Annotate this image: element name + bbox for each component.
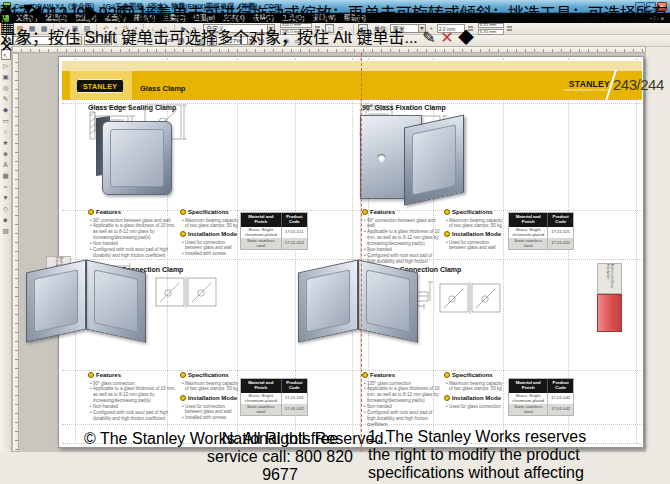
product-photo (360, 115, 468, 205)
features-heading: Features (362, 209, 395, 215)
material-header: Material and Finish (241, 215, 281, 224)
freehand-tool[interactable]: ✎ (1, 93, 11, 104)
right-tab-text: Bathroom Door Hardware (606, 264, 614, 293)
table-row: Brass; Bright chromium-plated17.01.041 (509, 393, 573, 404)
product-block[interactable]: Glass Edge Sealing Clamp Features 90° co… (86, 102, 310, 262)
zoom-tool[interactable]: ◎ (1, 82, 11, 93)
table-row: Satin stainless steel17.01.042 (509, 404, 573, 415)
code-header: Product Code (547, 213, 573, 227)
material-cell: Brass; Bright chromium-plated (241, 228, 281, 237)
rectangle-tool[interactable]: ▭ (1, 115, 11, 126)
installation-list: Used for connection between glass and wa… (446, 240, 504, 252)
outline-tool[interactable]: ◇ (1, 203, 11, 214)
features-heading: Features (88, 209, 121, 215)
right-section-tab[interactable]: Bathroom Door Hardware (597, 263, 622, 332)
product-block[interactable]: 90° Glass Connection Clamp Features (86, 262, 310, 422)
feature-item: 90° connection between glass and wall (364, 218, 440, 230)
code-cell: 17.01.022 (547, 238, 573, 249)
code-cell: 17.01.011 (281, 227, 307, 238)
footer-note: 1. The Stanley Works reserves the right … (368, 428, 608, 484)
material-cell: Brass; Bright chromium-plated (509, 228, 547, 237)
install-item: Used for glass connection (446, 404, 504, 410)
specifications-heading: Specifications (444, 209, 493, 215)
fill-bucket-icon: ◆ (458, 29, 474, 46)
guide-line (75, 58, 76, 444)
vertical-ruler[interactable] (12, 53, 19, 452)
corel-draw-window: CorelDRAW X4（专业版）- [G:\五金图册（英文）神霸(ENIX)图… (0, 0, 670, 484)
table-row: Brass; Bright chromium-plated17.01.021 (509, 227, 573, 238)
eyedropper-tool[interactable]: ▼ (1, 192, 11, 203)
installation-heading: Installation Mode (444, 395, 501, 401)
feature-item: Configured with rock wool pad of high du… (364, 410, 440, 428)
feature-item: Applicable to a glass thickness of 10 mm… (90, 386, 176, 404)
material-cell: Satin stainless steel (509, 405, 547, 414)
material-cell: Brass; Bright chromium-plated (509, 394, 547, 403)
guide-line (352, 58, 353, 444)
install-item: Used for connection between glass and wa… (446, 240, 504, 252)
polygon-tool[interactable]: ★ (1, 137, 11, 148)
install-item: Installed with screws (182, 251, 242, 257)
catalog-page-number[interactable]: 243/244 (613, 76, 664, 93)
product-block[interactable]: 135° Glass Connection Clamp (358, 262, 574, 422)
brand-website: www.stanleyaccess.com.cn (540, 88, 610, 92)
code-cell: 17.01.031 (281, 393, 307, 404)
header-brand-right[interactable]: STANLEY www.stanleyaccess.com.cn (540, 80, 610, 92)
fill-outline-indicator: ✎ ✕ ◆ (422, 29, 474, 46)
smart-fill-tool[interactable]: ◆ (1, 104, 11, 115)
table-tool[interactable]: ▦ (1, 170, 11, 181)
table-row: Brass; Bright chromium-plated17.01.031 (241, 393, 307, 404)
fill-tool[interactable]: ■ (1, 214, 11, 225)
guideline-red[interactable] (361, 53, 362, 452)
status-bar: ( 173.012, 90.920 ) 接着单击可进行拖动或缩放；再单击可旋转或… (0, 0, 670, 48)
material-header: Material and Finish (241, 381, 281, 390)
install-item: Used for connection between glass and wa… (182, 240, 242, 252)
spec-item: Maximum bearing capacity of two glass cl… (446, 218, 504, 230)
product-title: 90° Glass Fixation Clamp (362, 104, 446, 111)
brand-right-text: STANLEY (540, 80, 610, 88)
stanley-logo-text: STANLEY (83, 83, 117, 90)
product-code-table: Material and FinishProduct Code Brass; B… (508, 378, 574, 416)
catalog-section-title[interactable]: Glass Clamp (140, 84, 185, 93)
text-tool[interactable]: A (1, 159, 11, 170)
outline-pen-icon: ✎ (422, 29, 435, 46)
install-item: Installed with screws (182, 415, 242, 421)
footer-notes: 1. The Stanley Works reserves the right … (368, 428, 608, 484)
glass-layout-drawing (438, 278, 504, 320)
glass-layout-drawing (154, 274, 220, 312)
table-row: Brass; Bright chromium-plated17.01.011 (241, 227, 307, 238)
code-cell: 17.01.041 (547, 393, 573, 404)
shape-tool[interactable]: ▷ (1, 60, 11, 71)
material-cell: Satin stainless steel (509, 239, 547, 248)
spec-item: Maximum bearing capacity of two glass cl… (182, 218, 242, 230)
spec-item: Maximum bearing capacity of two glass cl… (182, 381, 242, 393)
code-cell: 17.01.032 (281, 404, 307, 415)
features-list: 135° glass connectionApplicable to a gla… (364, 381, 440, 429)
product-block[interactable]: 90° Glass Fixation Clamp Features 90° co… (358, 102, 574, 262)
material-header: Material and Finish (509, 215, 547, 224)
toolbox: ↖▷▣◎✎◆▭○★◈A▦≈▼◇■▨ (0, 46, 12, 452)
basic-shapes-tool[interactable]: ◈ (1, 148, 11, 159)
interactive-fill-tool[interactable]: ▨ (1, 225, 11, 236)
specifications-list: Maximum bearing capacity of two glass cl… (446, 381, 504, 393)
table-row: Satin stainless steel17.01.012 (241, 238, 307, 249)
cursor-coordinates: ( 173.012, 90.920 ) (0, 5, 135, 22)
features-heading: Features (88, 372, 121, 378)
product-code-table: Material and FinishProduct Code Brass; B… (508, 212, 574, 250)
ellipse-tool[interactable]: ○ (1, 126, 11, 137)
specifications-heading: Specifications (180, 209, 229, 215)
feature-item: Applicable to a glass thickness of 10 mm… (364, 386, 440, 404)
feature-item: Applicable to a glass thickness of 10 mm… (90, 223, 176, 241)
installation-list: Used for connection between glass and wa… (182, 404, 242, 422)
material-cell: Brass; Bright chromium-plated (241, 394, 281, 403)
features-list: 90° glass connectionApplicable to a glas… (90, 381, 176, 423)
product-code-table: Material and FinishProduct Code Brass; B… (240, 378, 308, 416)
installation-list: Used for connection between glass and wa… (182, 240, 242, 258)
blend-tool[interactable]: ≈ (1, 181, 11, 192)
material-header: Material and Finish (509, 381, 547, 390)
stanley-logo[interactable]: STANLEY (76, 79, 124, 93)
spec-item: Maximum bearing capacity of two glass cl… (446, 381, 504, 393)
crop-tool[interactable]: ▣ (1, 71, 11, 82)
features-list: 90° connection between glass and wallApp… (90, 218, 176, 260)
code-cell: 17.01.012 (281, 238, 307, 249)
specifications-heading: Specifications (180, 372, 229, 378)
